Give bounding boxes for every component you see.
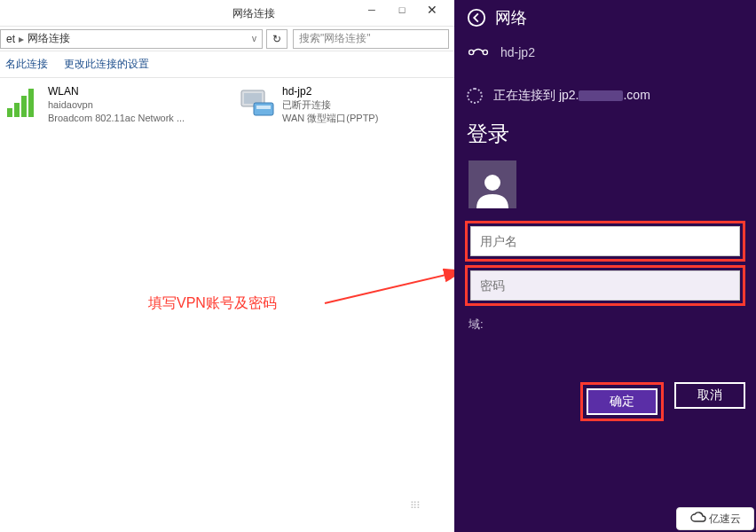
domain-label: 域: bbox=[465, 309, 745, 332]
minimize-button[interactable]: ─ bbox=[357, 0, 387, 20]
charm-header: 网络 bbox=[454, 0, 756, 33]
svg-rect-5 bbox=[244, 93, 262, 104]
resize-grip-icon[interactable]: ⠿⠇ bbox=[410, 500, 422, 512]
svg-rect-3 bbox=[28, 89, 34, 117]
network-row[interactable]: hd-jp2 bbox=[454, 33, 756, 72]
change-settings-button[interactable]: 更改此连接的设置 bbox=[64, 57, 149, 72]
vpn-link-icon bbox=[467, 43, 490, 61]
svg-rect-1 bbox=[14, 103, 20, 117]
username-input[interactable] bbox=[470, 226, 740, 256]
breadcrumb-root: et bbox=[6, 33, 15, 45]
ok-highlight: 确定 bbox=[580, 382, 664, 421]
network-connections-window: 网络连接 ─ □ ✕ et ▸ 网络连接 v ↻ 搜索"网络连接" 名此连接 更… bbox=[0, 0, 454, 532]
watermark-text: 亿速云 bbox=[709, 512, 741, 527]
connection-adapter: Broadcom 802.11ac Network ... bbox=[48, 112, 185, 125]
svg-rect-7 bbox=[256, 106, 271, 109]
chevron-down-icon[interactable]: v bbox=[252, 34, 256, 43]
connection-adapter: WAN 微型端口(PPTP) bbox=[282, 112, 378, 125]
ok-button[interactable]: 确定 bbox=[587, 388, 658, 415]
close-button[interactable]: ✕ bbox=[417, 0, 447, 20]
address-bar: et ▸ 网络连接 v ↻ 搜索"网络连接" bbox=[0, 27, 454, 51]
svg-rect-2 bbox=[21, 96, 27, 117]
command-bar: 名此连接 更改此连接的设置 bbox=[0, 51, 454, 78]
window-controls: ─ □ ✕ bbox=[357, 0, 447, 20]
connecting-status: 正在连接到 jp2..com bbox=[454, 72, 756, 111]
wifi-icon bbox=[5, 85, 41, 121]
connection-text: WLAN haidaovpn Broadcom 802.11ac Network… bbox=[48, 85, 185, 125]
back-icon[interactable] bbox=[467, 8, 486, 27]
svg-point-12 bbox=[484, 175, 500, 191]
avatar-icon bbox=[469, 160, 516, 208]
connection-text: hd-jp2 已断开连接 WAN 微型端口(PPTP) bbox=[282, 85, 378, 125]
connecting-text: 正在连接到 jp2..com bbox=[493, 88, 650, 104]
maximize-button[interactable]: □ bbox=[387, 0, 417, 20]
annotation-label: 填写VPN账号及密码 bbox=[148, 294, 277, 313]
connection-status: 已断开连接 bbox=[282, 98, 378, 112]
search-input[interactable]: 搜索"网络连接" bbox=[293, 29, 449, 49]
connection-status: haidaovpn bbox=[48, 98, 185, 112]
password-highlight bbox=[465, 265, 745, 306]
connection-name: hd-jp2 bbox=[282, 85, 378, 98]
cancel-button[interactable]: 取消 bbox=[674, 382, 745, 409]
breadcrumb-current: 网络连接 bbox=[28, 31, 70, 46]
login-heading: 登录 bbox=[454, 111, 756, 160]
annotation-arrow-icon bbox=[323, 266, 472, 310]
charm-title: 网络 bbox=[495, 7, 527, 28]
rename-connection-button[interactable]: 名此连接 bbox=[5, 57, 48, 72]
username-highlight bbox=[465, 221, 745, 262]
network-name: hd-jp2 bbox=[500, 45, 535, 59]
chevron-right-icon: ▸ bbox=[19, 33, 24, 45]
svg-rect-0 bbox=[7, 108, 12, 117]
connection-item-vpn[interactable]: hd-jp2 已断开连接 WAN 微型端口(PPTP) bbox=[240, 85, 444, 125]
action-buttons: 确定 取消 bbox=[465, 382, 745, 421]
connections-panel: WLAN haidaovpn Broadcom 802.11ac Network… bbox=[0, 78, 454, 132]
svg-line-8 bbox=[325, 271, 461, 303]
password-input[interactable] bbox=[470, 270, 740, 301]
spinner-icon bbox=[467, 88, 483, 104]
vpn-device-icon bbox=[240, 85, 275, 121]
cloud-icon bbox=[690, 512, 706, 527]
watermark-badge: 亿速云 bbox=[676, 507, 754, 530]
redacted-host bbox=[579, 90, 623, 101]
login-form: 域: bbox=[465, 160, 745, 332]
refresh-button[interactable]: ↻ bbox=[266, 29, 287, 49]
titlebar: 网络连接 ─ □ ✕ bbox=[0, 0, 454, 27]
connection-item-wlan[interactable]: WLAN haidaovpn Broadcom 802.11ac Network… bbox=[5, 85, 209, 125]
network-charm-panel: 网络 hd-jp2 正在连接到 jp2..com 登录 bbox=[454, 0, 756, 532]
svg-point-9 bbox=[469, 10, 484, 26]
connection-name: WLAN bbox=[48, 85, 185, 98]
breadcrumb[interactable]: et ▸ 网络连接 v bbox=[0, 29, 263, 49]
